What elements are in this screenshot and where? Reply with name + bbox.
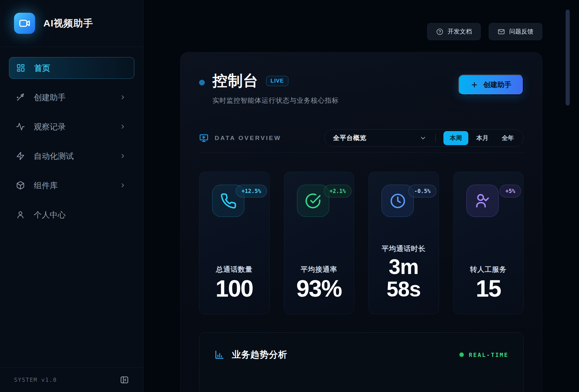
tab-this-week[interactable]: 本周 [443,131,468,145]
sidebar-item-label: 个人中心 [34,210,66,220]
sidebar-item-observation-log[interactable]: 观察记录 [9,116,134,137]
sidebar: AI视频助手 首页 创建助手 [0,0,144,392]
tab-this-year[interactable]: 全年 [496,131,519,145]
stat-label: 转人工服务 [460,265,517,274]
sidebar-item-label: 观察记录 [34,122,66,132]
stat-label: 平均接通率 [291,265,348,274]
trend-analysis-card: 业务趋势分析 REAL-TIME [199,332,523,392]
page-title: 控制台 [212,71,258,91]
video-camera-icon [19,17,31,29]
delta-badge: -0.5% [408,185,436,197]
chevron-right-icon [120,153,126,159]
divider [199,152,523,153]
stat-value: 3m 58s [375,255,432,300]
chevron-down-icon[interactable] [419,135,427,142]
realtime-status: REAL-TIME [459,351,508,358]
stat-card-human-transfer: +5% 转人工服务 15 [453,172,524,314]
page-subtitle: 实时监控智能体运行状态与业务核心指标 [212,96,339,105]
platform-filter-select[interactable]: 全平台概览 [333,134,367,142]
vertical-scrollbar[interactable] [566,10,570,106]
help-circle-icon [436,28,443,35]
overview-row: DATA OVERVIEW 全平台概览 本周 本月 全年 [199,129,523,147]
sidebar-collapse-icon[interactable] [120,375,129,385]
live-badge: LIVE [266,76,288,86]
create-assistant-label: 创建助手 [483,80,511,90]
stat-card-avg-duration: -0.5% 平均通话时长 3m 58s [368,172,439,314]
sidebar-item-automation-test[interactable]: 自动化测试 [9,145,134,167]
stat-card-answer-rate: +2.1% 平均接通率 93% [284,172,354,314]
status-dot [199,80,205,85]
sidebar-item-label: 创建助手 [34,92,66,103]
sidebar-footer: SYSTEM v1.0 [0,367,143,392]
app-title: AI视频助手 [43,17,93,30]
zap-icon [16,152,25,160]
stat-value: 100 [206,277,263,300]
user-check-icon [466,185,499,217]
delta-badge: +5% [500,185,521,197]
chevron-right-icon [120,94,126,100]
cube-icon [16,181,25,190]
tab-this-month[interactable]: 本月 [471,131,494,145]
wand-icon [16,93,25,102]
delta-badge: +12.5% [236,185,267,197]
sidebar-item-label: 自动化测试 [34,151,74,161]
stat-label: 平均通话时长 [375,244,432,254]
mail-icon [498,28,505,35]
sidebar-nav: 首页 创建助手 观察记录 [0,47,143,226]
plus-icon [471,81,478,89]
dev-docs-label: 开发文档 [448,27,472,36]
dashboard-icon [16,63,25,72]
divider [435,134,436,142]
system-version: SYSTEM v1.0 [14,377,57,383]
activity-icon [16,122,25,131]
stat-card-total-calls: +12.5% 总通话数量 100 [199,172,270,314]
overview-filter-bar: 全平台概览 本周 本月 全年 [324,129,523,147]
app-logo [14,13,35,34]
feedback-button[interactable]: 问题反馈 [489,23,542,40]
green-status-dot [459,352,464,357]
chevron-right-icon [120,182,126,189]
stat-value: 15 [460,277,517,300]
stats-grid: +12.5% 总通话数量 100 +2.1% 平均接通率 93% [199,172,523,314]
sidebar-item-home[interactable]: 首页 [9,57,134,79]
time-range-tabs: 本周 本月 全年 [443,131,519,145]
monitor-play-icon [199,133,209,143]
section-label: DATA OVERVIEW [215,135,281,142]
stat-label: 总通话数量 [206,265,263,274]
chevron-right-icon [120,123,126,130]
console-header: 控制台 LIVE 实时监控智能体运行状态与业务核心指标 创建助手 [199,71,523,105]
user-icon [16,210,25,219]
topbar: 开发文档 问题反馈 [180,23,542,40]
dev-docs-button[interactable]: 开发文档 [427,23,481,40]
sidebar-item-component-library[interactable]: 组件库 [9,174,134,196]
stat-value: 93% [291,277,348,300]
app-header: AI视频助手 [0,0,143,47]
sidebar-item-label: 组件库 [34,180,58,191]
trend-title: 业务趋势分析 [232,349,287,361]
delta-badge: +2.1% [324,185,352,197]
feedback-label: 问题反馈 [509,27,533,36]
console-card: 控制台 LIVE 实时监控智能体运行状态与业务核心指标 创建助手 [180,52,542,392]
create-assistant-button[interactable]: 创建助手 [458,75,523,95]
bar-chart-icon [214,349,225,360]
realtime-label: REAL-TIME [469,351,508,358]
sidebar-item-personal-center[interactable]: 个人中心 [9,204,134,226]
sidebar-item-create-assistant[interactable]: 创建助手 [9,86,134,108]
main-area: 开发文档 问题反馈 控制台 LIVE 实时监控智能体运行状态与业务核心指标 [144,0,579,392]
sidebar-item-label: 首页 [34,63,50,73]
